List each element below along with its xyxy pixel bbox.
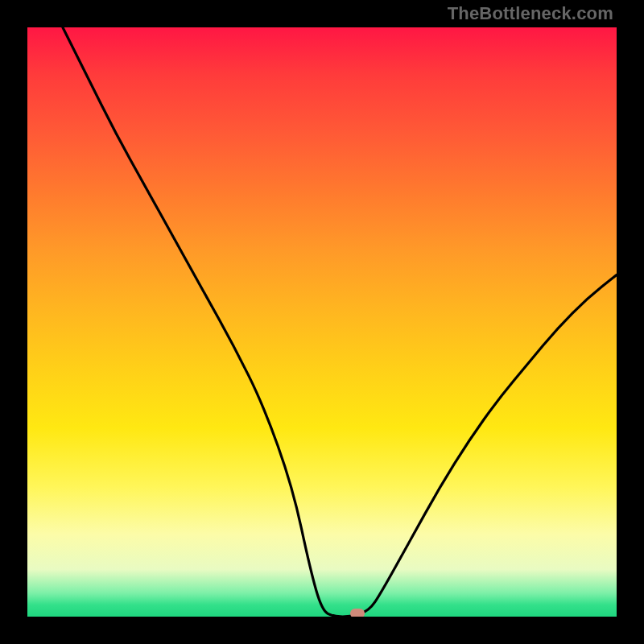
- plot-area: [27, 27, 617, 617]
- watermark-label: TheBottleneck.com: [448, 3, 613, 24]
- bottleneck-curve: [63, 27, 617, 617]
- chart-frame: TheBottleneck.com: [0, 0, 644, 644]
- minimum-marker: [350, 609, 365, 617]
- curve-svg: [27, 27, 617, 617]
